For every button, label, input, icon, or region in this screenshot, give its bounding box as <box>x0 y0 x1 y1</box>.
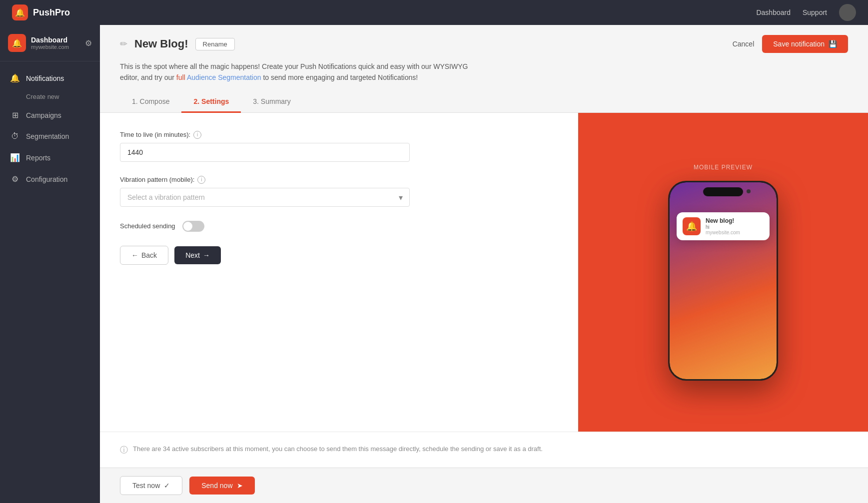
configuration-label: Configuration <box>26 175 67 183</box>
notif-title: New blog! <box>706 217 740 224</box>
intro-text: This is the spot where all the magic hap… <box>120 61 848 83</box>
notification-popup: 🔔 New blog! hi mywebsite.com <box>677 212 770 240</box>
reports-label: Reports <box>26 154 50 162</box>
dashboard-link[interactable]: Dashboard <box>756 8 791 16</box>
save-icon: 💾 <box>829 40 837 48</box>
app-name: PushPro <box>33 7 70 18</box>
create-new-label: Create new <box>26 93 59 100</box>
bottom-info: ⓘ There are 34 active subscribers at thi… <box>100 432 868 468</box>
avatar[interactable] <box>839 4 856 21</box>
footer-bar: Test now ✓ Send now ➤ <box>100 468 868 503</box>
checkmark-icon: ✓ <box>164 482 170 490</box>
info-circle-icon: ⓘ <box>120 445 128 456</box>
sidebar-item-campaigns[interactable]: ⊞ Campaigns <box>0 104 100 126</box>
vibration-label: Vibration pattern (mobile): i <box>120 176 558 184</box>
segmentation-label: Segmentation <box>26 132 69 140</box>
scheduled-toggle[interactable] <box>182 221 204 232</box>
notif-site: mywebsite.com <box>706 230 740 235</box>
campaigns-icon: ⊞ <box>10 110 20 120</box>
phone-mockup: 🔔 New blog! hi mywebsite.com <box>668 181 778 381</box>
topbar-title: ✏ New Blog! Rename <box>120 37 235 50</box>
notif-icon: 🔔 <box>683 217 701 235</box>
tab-settings[interactable]: 2. Settings <box>181 91 241 113</box>
logo-icon: 🔔 <box>12 4 28 20</box>
next-arrow-icon: → <box>203 251 210 259</box>
sidebar: 🔔 Dashboard mywebsite.com ⚙ 🔔 Notificati… <box>0 25 100 503</box>
gear-icon[interactable]: ⚙ <box>85 38 92 48</box>
top-nav-right: Dashboard Support <box>756 4 856 21</box>
main-content: Time to live (in minutes): i Vibration p… <box>100 113 868 468</box>
preview-label: MOBILE PREVIEW <box>694 164 753 171</box>
rename-button[interactable]: Rename <box>195 38 235 50</box>
bottom-info-text: There are 34 active subscribers at this … <box>133 444 543 455</box>
sidebar-item-segmentation[interactable]: ⏱ Segmentation <box>0 126 100 147</box>
notifications-icon: 🔔 <box>10 73 20 83</box>
save-label: Save notification <box>773 40 825 48</box>
content-area: ✏ New Blog! Rename Cancel Save notificat… <box>100 25 868 503</box>
scheduled-row: Scheduled sending <box>120 221 558 232</box>
ttl-input[interactable] <box>120 143 410 162</box>
sidebar-item-create-new[interactable]: Create new <box>0 89 100 104</box>
campaigns-label: Campaigns <box>26 111 61 119</box>
sidebar-profile: 🔔 Dashboard mywebsite.com ⚙ <box>0 25 100 61</box>
profile-site: mywebsite.com <box>31 44 69 50</box>
sidebar-item-configuration[interactable]: ⚙ Configuration <box>0 168 100 190</box>
test-now-button[interactable]: Test now ✓ <box>120 476 182 495</box>
preview-section: MOBILE PREVIEW 🔔 New blog! hi mywebsite.… <box>578 113 868 432</box>
vibration-select-wrapper: Select a vibration pattern Pattern 1 Pat… <box>120 188 410 207</box>
ttl-info-icon[interactable]: i <box>193 131 201 139</box>
ttl-label: Time to live (in minutes): i <box>120 131 558 139</box>
back-button[interactable]: ← Back <box>120 246 168 265</box>
notif-body: hi <box>706 224 740 230</box>
send-now-button[interactable]: Send now ➤ <box>189 477 254 495</box>
vibration-info-icon[interactable]: i <box>197 176 205 184</box>
notif-text: New blog! hi mywebsite.com <box>706 217 740 235</box>
scheduled-label: Scheduled sending <box>120 222 175 230</box>
sidebar-item-label: Notifications <box>26 74 64 82</box>
vibration-group: Vibration pattern (mobile): i Select a v… <box>120 176 558 207</box>
top-nav: 🔔 PushPro Dashboard Support <box>0 0 868 25</box>
back-arrow-icon: ← <box>131 251 138 259</box>
save-button[interactable]: Save notification 💾 <box>762 35 848 53</box>
sidebar-profile-info: 🔔 Dashboard mywebsite.com <box>8 34 69 52</box>
form-preview-row: Time to live (in minutes): i Vibration p… <box>100 113 868 432</box>
content-topbar: ✏ New Blog! Rename Cancel Save notificat… <box>100 25 868 113</box>
phone-notch <box>703 187 743 196</box>
ttl-group: Time to live (in minutes): i <box>120 131 558 162</box>
btn-row: ← Back Next → <box>120 246 558 265</box>
reports-icon: 📊 <box>10 153 20 162</box>
topbar-actions: Cancel Save notification 💾 <box>733 35 848 53</box>
next-button[interactable]: Next → <box>174 246 221 264</box>
support-link[interactable]: Support <box>803 8 827 16</box>
phone-screen: 🔔 New blog! hi mywebsite.com <box>670 182 777 379</box>
camera-dot <box>747 189 751 193</box>
tab-summary[interactable]: 3. Summary <box>241 91 302 113</box>
sidebar-nav: 🔔 Notifications Create new ⊞ Campaigns ⏱… <box>0 61 100 503</box>
audience-segmentation-link[interactable]: Audience Segmentation <box>187 73 261 81</box>
tabs: 1. Compose 2. Settings 3. Summary <box>120 91 848 112</box>
configuration-icon: ⚙ <box>10 174 20 184</box>
form-section: Time to live (in minutes): i Vibration p… <box>100 113 578 432</box>
tab-compose[interactable]: 1. Compose <box>120 91 181 113</box>
sidebar-avatar: 🔔 <box>8 34 26 52</box>
profile-name: Dashboard <box>31 36 69 44</box>
sidebar-profile-text: Dashboard mywebsite.com <box>31 36 69 50</box>
cancel-button[interactable]: Cancel <box>733 40 755 48</box>
app-logo: 🔔 PushPro <box>12 4 70 20</box>
sidebar-item-notifications[interactable]: 🔔 Notifications <box>0 67 100 89</box>
page-title: New Blog! <box>134 37 188 50</box>
main-layout: 🔔 Dashboard mywebsite.com ⚙ 🔔 Notificati… <box>0 25 868 503</box>
segmentation-icon: ⏱ <box>10 132 20 141</box>
send-icon: ➤ <box>237 482 243 490</box>
vibration-select[interactable]: Select a vibration pattern Pattern 1 Pat… <box>120 188 410 207</box>
sidebar-item-reports[interactable]: 📊 Reports <box>0 147 100 168</box>
edit-icon: ✏ <box>120 38 127 49</box>
topbar-header: ✏ New Blog! Rename Cancel Save notificat… <box>120 35 848 53</box>
